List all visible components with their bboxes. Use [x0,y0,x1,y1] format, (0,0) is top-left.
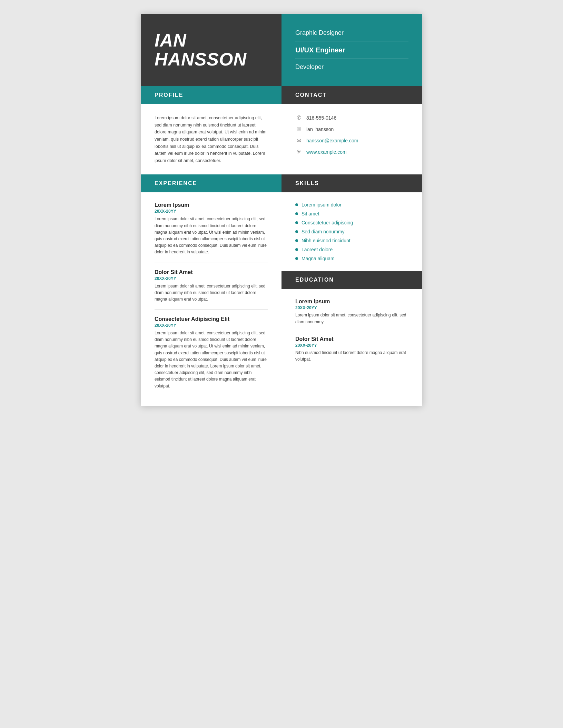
role-divider-1 [295,41,408,41]
experience-section: Lorem Ipsum 20XX-20YY Lorem ipsum dolor … [141,192,282,406]
profile-text: Lorem ipsum dolor sit amet, consectetuer… [155,114,268,164]
exp-text-2: Lorem ipsum dolor sit amet, consectetuer… [155,283,268,303]
contact-phone: ✆ 816-555-0146 [295,114,408,121]
skill-label-7: Magna aliquam [302,256,335,261]
role-2: UI/UX Engineer [295,46,408,54]
email-icon: ✉ [295,137,302,144]
website-link[interactable]: www.example.com [306,149,347,155]
exp-date-3: 20XX-20YY [155,323,268,328]
profile-contact-content: Lorem ipsum dolor sit amet, consectetuer… [141,104,422,174]
edu-date-1: 20XX-20YY [295,305,408,310]
education-section: Lorem Ipsum 20XX-20YY Lorem ipsum dolor … [282,289,422,378]
skills-header: SKILLS [282,174,422,192]
edu-date-2: 20XX-20YY [295,343,408,348]
skill-bullet-2 [295,212,298,215]
edu-text-2: Nibh euismod tincidunt ut laoreet dolore… [295,350,408,363]
profile-content: Lorem ipsum dolor sit amet, consectetuer… [141,104,282,174]
globe-icon: ☀ [295,149,302,155]
chat-icon: ✉ [295,126,302,132]
skill-bullet-1 [295,203,298,206]
email-link[interactable]: hansson@example.com [306,138,358,143]
skills-title: SKILLS [295,180,319,186]
skill-label-6: Laoreet dolore [302,247,333,252]
skill-item-2: Sit amet [295,211,408,216]
education-header: EDUCATION [282,271,422,289]
skill-label-1: Lorem ipsum dolor [302,202,342,208]
contact-website: ☀ www.example.com [295,149,408,155]
contact-username: ✉ ian_hansson [295,126,408,132]
skill-item-7: Magna aliquam [295,256,408,261]
edu-item-1: Lorem Ipsum 20XX-20YY Lorem ipsum dolor … [295,299,408,325]
header: IAN HANSSON Graphic Designer UI/UX Engin… [141,14,422,86]
role-3: Developer [295,63,408,71]
exp-divider-1 [155,263,268,263]
skill-label-3: Consectetuer adipiscing [302,220,353,225]
skill-label-2: Sit amet [302,211,319,216]
resume-document: IAN HANSSON Graphic Designer UI/UX Engin… [141,14,422,406]
exp-item-1: Lorem Ipsum 20XX-20YY Lorem ipsum dolor … [155,202,268,255]
header-roles-block: Graphic Designer UI/UX Engineer Develope… [282,14,422,86]
edu-item-2: Dolor Sit Amet 20XX-20YY Nibh euismod ti… [295,336,408,363]
username-text: ian_hansson [306,127,334,132]
first-name: IAN [155,30,187,50]
role-1: Graphic Designer [295,29,408,37]
exp-date-1: 20XX-20YY [155,209,268,214]
header-name-block: IAN HANSSON [141,14,282,86]
profile-title: PROFILE [155,92,183,98]
exp-text-1: Lorem ipsum dolor sit amet, consectetuer… [155,216,268,255]
skill-item-6: Laoreet dolore [295,247,408,252]
exp-title-2: Dolor Sit Amet [155,269,268,275]
exp-divider-2 [155,310,268,310]
exp-title-1: Lorem Ipsum [155,202,268,208]
experience-title: EXPERIENCE [155,180,197,186]
edu-title-2: Dolor Sit Amet [295,336,408,342]
skill-bullet-4 [295,230,298,233]
skills-education-column: Lorem ipsum dolor Sit amet Consectetuer … [282,192,422,406]
section-headers-row-2: EXPERIENCE SKILLS [141,174,422,192]
experience-skills-content: Lorem Ipsum 20XX-20YY Lorem ipsum dolor … [141,192,422,406]
edu-text-1: Lorem ipsum dolor sit amet, consectetuer… [295,312,408,325]
profile-header: PROFILE [141,86,282,104]
exp-title-3: Consectetuer Adipiscing Elit [155,316,268,322]
experience-list: Lorem Ipsum 20XX-20YY Lorem ipsum dolor … [141,192,282,406]
skills-section: Lorem ipsum dolor Sit amet Consectetuer … [282,192,422,271]
skill-bullet-5 [295,239,298,242]
contact-header: CONTACT [282,86,422,104]
full-name: IAN HANSSON [155,31,247,69]
skill-item-5: Nibh euismod tincidunt [295,238,408,243]
exp-item-3: Consectetuer Adipiscing Elit 20XX-20YY L… [155,316,268,390]
contact-list: ✆ 816-555-0146 ✉ ian_hansson ✉ hansson@e… [295,114,408,155]
role-divider-2 [295,59,408,59]
exp-text-3: Lorem ipsum dolor sit amet, consectetuer… [155,330,268,390]
skill-label-4: Sed diam nonummy [302,229,345,234]
contact-email: ✉ hansson@example.com [295,137,408,144]
skill-label-5: Nibh euismod tincidunt [302,238,350,243]
edu-divider-1 [295,331,408,331]
contact-content: ✆ 816-555-0146 ✉ ian_hansson ✉ hansson@e… [282,104,422,174]
last-name: HANSSON [155,49,247,69]
contact-title: CONTACT [295,92,327,98]
exp-item-2: Dolor Sit Amet 20XX-20YY Lorem ipsum dol… [155,269,268,303]
skill-item-4: Sed diam nonummy [295,229,408,234]
education-title: EDUCATION [295,277,334,283]
edu-title-1: Lorem Ipsum [295,299,408,305]
skill-item-3: Consectetuer adipiscing [295,220,408,225]
phone-number: 816-555-0146 [306,115,336,121]
skill-item-1: Lorem ipsum dolor [295,202,408,208]
phone-icon: ✆ [295,114,302,121]
section-headers-row-1: PROFILE CONTACT [141,86,422,104]
experience-header: EXPERIENCE [141,174,282,192]
skill-bullet-3 [295,221,298,224]
skill-bullet-7 [295,257,298,260]
skills-list: Lorem ipsum dolor Sit amet Consectetuer … [295,202,408,261]
skill-bullet-6 [295,248,298,251]
exp-date-2: 20XX-20YY [155,276,268,281]
